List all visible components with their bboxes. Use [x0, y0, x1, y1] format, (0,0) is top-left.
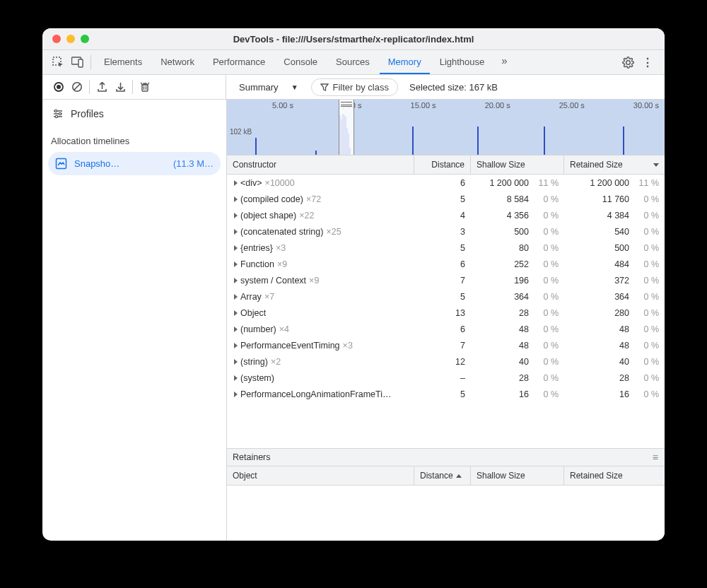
- col-shallow[interactable]: Shallow Size: [471, 155, 564, 174]
- tab-lighthouse[interactable]: Lighthouse: [431, 51, 493, 74]
- table-row[interactable]: (number) ×46480 %480 %: [227, 321, 665, 337]
- retained-size: 484: [584, 259, 629, 269]
- distance-cell: 6: [414, 324, 471, 334]
- expand-icon[interactable]: [234, 327, 238, 332]
- allocation-timeline[interactable]: 5.00 s).00 s15.00 s20.00 s25.00 s30.00 s…: [227, 100, 665, 155]
- shallow-size: 1 200 000: [484, 178, 529, 188]
- distance-cell: 6: [414, 178, 471, 188]
- table-row[interactable]: PerformanceLongAnimationFrameTi…5160 %16…: [227, 386, 665, 402]
- expand-icon[interactable]: [234, 245, 238, 251]
- filter-icon: [320, 83, 329, 91]
- timeline-bar: [315, 151, 317, 155]
- retainers-header[interactable]: Retainers ≡: [227, 448, 665, 466]
- hamburger-icon[interactable]: ≡: [653, 452, 659, 463]
- constructor-name: (compiled code): [240, 194, 303, 204]
- table-row[interactable]: (compiled code) ×7258 5840 %11 7600 %: [227, 191, 665, 207]
- table-row[interactable]: <div> ×1000061 200 00011 %1 200 00011 %: [227, 175, 665, 191]
- instance-count: ×3: [343, 341, 353, 351]
- snapshot-name: Snapsho…: [74, 158, 166, 169]
- retained-size: 280: [584, 308, 629, 318]
- expand-icon[interactable]: [234, 213, 238, 218]
- expand-icon[interactable]: [234, 229, 238, 235]
- profiles-header[interactable]: Profiles: [42, 100, 226, 129]
- expand-icon[interactable]: [234, 375, 238, 381]
- shallow-size: 252: [484, 259, 529, 269]
- distance-cell: 3: [414, 227, 471, 237]
- table-row[interactable]: PerformanceEventTiming ×37480 %480 %: [227, 337, 665, 353]
- expand-icon[interactable]: [234, 180, 238, 186]
- record-icon[interactable]: [49, 77, 68, 97]
- minimize-window-button[interactable]: [66, 35, 75, 43]
- device-toolbar-icon[interactable]: [68, 52, 88, 72]
- expand-icon[interactable]: [234, 294, 238, 300]
- inspect-icon[interactable]: [48, 52, 68, 72]
- zoom-window-button[interactable]: [81, 35, 89, 43]
- main-toolbar: Elements Network Performance Console Sou…: [42, 50, 665, 75]
- filter-button[interactable]: Filter by class: [311, 78, 398, 96]
- table-row[interactable]: (object shape) ×2244 3560 %4 3840 %: [227, 207, 665, 223]
- expand-icon[interactable]: [234, 310, 238, 316]
- shallow-pct: 0 %: [533, 357, 559, 367]
- col-distance[interactable]: Distance: [414, 155, 471, 174]
- table-row[interactable]: {entries} ×35800 %5000 %: [227, 240, 665, 256]
- retainers-title: Retainers: [233, 452, 271, 462]
- expand-icon[interactable]: [234, 278, 238, 283]
- timeline-bar: [544, 127, 545, 155]
- memory-toolbar: Summary ▼ Filter by class Selected size:…: [42, 75, 665, 100]
- table-row[interactable]: (system)–280 %280 %: [227, 370, 665, 386]
- table-row[interactable]: (string) ×212400 %400 %: [227, 353, 665, 370]
- import-icon[interactable]: [111, 77, 129, 97]
- retained-pct: 0 %: [633, 211, 659, 220]
- table-row[interactable]: (concatenated string) ×2535000 %5400 %: [227, 223, 665, 240]
- clear-icon[interactable]: [68, 77, 86, 97]
- content-pane: 5.00 s).00 s15.00 s20.00 s25.00 s30.00 s…: [227, 100, 665, 541]
- table-row[interactable]: Function ×962520 %4840 %: [227, 256, 665, 272]
- tab-console[interactable]: Console: [275, 51, 326, 74]
- retained-size: 364: [584, 292, 629, 302]
- sort-desc-icon: [653, 163, 659, 167]
- view-mode-dropdown[interactable]: Summary ▼: [233, 79, 304, 95]
- tab-memory[interactable]: Memory: [380, 51, 430, 74]
- settings-icon[interactable]: [618, 52, 638, 72]
- expand-icon[interactable]: [234, 196, 238, 202]
- timeline-brush[interactable]: [339, 100, 354, 155]
- timeline-bars: [227, 112, 665, 155]
- tab-performance[interactable]: Performance: [204, 51, 274, 74]
- instance-count: ×2: [271, 357, 281, 367]
- window-controls: [42, 35, 89, 43]
- constructor-name: Object: [240, 308, 266, 318]
- ret-col-retained[interactable]: Retained Size: [564, 466, 665, 485]
- collect-garbage-icon[interactable]: [136, 77, 154, 97]
- more-tabs-icon[interactable]: »: [494, 51, 514, 71]
- table-row[interactable]: Array ×753640 %3640 %: [227, 288, 665, 305]
- expand-icon[interactable]: [234, 392, 238, 397]
- expand-icon[interactable]: [234, 343, 238, 348]
- col-retained[interactable]: Retained Size: [564, 155, 665, 174]
- ret-col-distance[interactable]: Distance: [414, 466, 471, 485]
- tab-elements[interactable]: Elements: [95, 51, 151, 74]
- constructor-name: Array: [240, 292, 262, 302]
- snapshot-item[interactable]: Snapsho… (11.3 M…: [48, 152, 221, 175]
- shallow-size: 28: [484, 308, 529, 318]
- distance-cell: 7: [414, 276, 471, 286]
- panel-tabs: Elements Network Performance Console Sou…: [95, 51, 618, 74]
- close-window-button[interactable]: [52, 35, 61, 43]
- table-row[interactable]: Object13280 %2800 %: [227, 305, 665, 321]
- ret-col-object[interactable]: Object: [227, 466, 414, 485]
- col-constructor[interactable]: Constructor: [227, 155, 414, 174]
- constructor-name: (concatenated string): [240, 227, 323, 237]
- table-row[interactable]: system / Context ×971960 %3720 %: [227, 272, 665, 288]
- timeline-bar: [623, 127, 624, 155]
- snapshot-meta: (11.3 M…: [173, 158, 214, 169]
- expand-icon[interactable]: [234, 261, 238, 267]
- tab-sources[interactable]: Sources: [327, 51, 378, 74]
- instance-count: ×7: [264, 292, 274, 302]
- kebab-menu-icon[interactable]: ⋮: [638, 52, 658, 72]
- expand-icon[interactable]: [234, 359, 238, 365]
- tab-network[interactable]: Network: [152, 51, 203, 74]
- ret-col-shallow[interactable]: Shallow Size: [471, 466, 564, 485]
- retained-pct: 11 %: [633, 178, 659, 188]
- timeline-axis: 5.00 s).00 s15.00 s20.00 s25.00 s30.00 s: [227, 100, 665, 114]
- export-icon[interactable]: [93, 77, 111, 97]
- table-body[interactable]: <div> ×1000061 200 00011 %1 200 00011 %(…: [227, 175, 665, 448]
